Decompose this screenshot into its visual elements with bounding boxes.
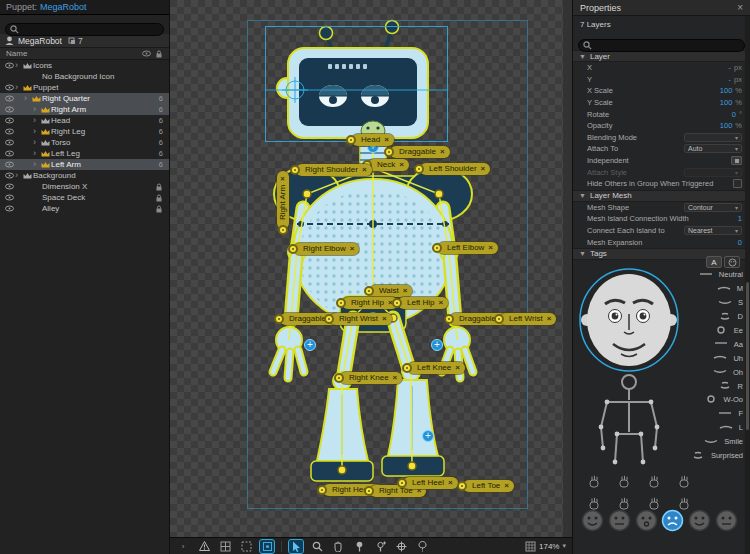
tag-remove-icon[interactable]: × [350, 244, 355, 253]
tag-remove-icon[interactable]: × [448, 478, 453, 487]
fit-grid-icon[interactable] [525, 541, 536, 552]
pin-icon[interactable] [346, 135, 356, 145]
visibility-column-icon[interactable] [142, 50, 151, 57]
tag-left-hip[interactable]: Left Hip× [398, 297, 448, 309]
pin-icon[interactable] [402, 363, 412, 373]
visibility-eye-icon[interactable] [3, 194, 15, 201]
rig-canvas[interactable]: Head×Draggable×Neck×Right Shoulder×Left … [170, 0, 572, 537]
expression-face-2[interactable] [608, 509, 631, 532]
pin-icon[interactable] [324, 314, 334, 324]
viseme-row-neutral[interactable]: Neutral [653, 268, 743, 282]
expand-arrow-icon[interactable]: › [33, 138, 40, 147]
tag-waist[interactable]: Waist× [370, 285, 412, 297]
expand-arrow-icon[interactable]: › [24, 94, 31, 103]
tag-right-arm[interactable]: Right Arm× [277, 171, 289, 229]
lock-icon[interactable] [155, 183, 163, 191]
visibility-eye-icon[interactable] [3, 150, 15, 157]
expand-arrow-icon[interactable]: › [15, 61, 22, 70]
tag-remove-icon[interactable]: × [547, 314, 552, 323]
layer-row-right-quarter[interactable]: ›Right Quarter6 [0, 93, 169, 104]
tag-right-shoulder[interactable]: Right Shoulder× [296, 164, 372, 176]
zoom-level-value[interactable]: 174% [539, 542, 559, 551]
hand-tool-icon[interactable] [331, 540, 345, 553]
pin-icon[interactable] [364, 286, 374, 296]
puppet-root-row[interactable]: MegaRobot 7 [0, 34, 169, 48]
add-handle-icon[interactable]: + [422, 430, 434, 442]
tag-mode-face-button[interactable] [724, 256, 740, 268]
puppet-search-input[interactable] [5, 23, 164, 36]
layer-row-right-leg[interactable]: ›Right Leg6 [0, 126, 169, 137]
value-field[interactable]: 1 [738, 214, 742, 223]
tag-remove-icon[interactable]: × [399, 160, 404, 169]
properties-title[interactable]: Properties [580, 3, 621, 13]
expression-face-1[interactable] [581, 509, 604, 532]
tag-draggable[interactable]: Draggable× [390, 146, 450, 158]
tag-remove-icon[interactable]: × [393, 373, 398, 382]
viseme-row-w-oo[interactable]: W-Oo [653, 393, 743, 407]
layer-row-no-background-icon[interactable]: No Background Icon [0, 71, 169, 82]
layer-row-alley[interactable]: Alley [0, 203, 169, 214]
pin-icon[interactable] [274, 314, 284, 324]
layer-row-right-arm[interactable]: ›Right Arm6 [0, 104, 169, 115]
independent-toggle-icon[interactable] [731, 156, 742, 165]
visibility-eye-icon[interactable] [3, 117, 15, 124]
expression-face-3[interactable] [635, 509, 658, 532]
dropdown[interactable]: ▾ [684, 133, 742, 142]
select-tool-icon[interactable] [289, 540, 303, 553]
attach-pin-tool-icon[interactable] [373, 540, 387, 553]
section-layer-mesh[interactable]: ▼ Layer Mesh [573, 190, 750, 202]
pin-icon[interactable] [290, 165, 300, 175]
pin-icon[interactable] [444, 314, 454, 324]
value-field[interactable]: 100% [720, 98, 742, 107]
pin-icon[interactable] [278, 225, 288, 235]
tag-remove-icon[interactable]: × [439, 298, 444, 307]
scrollbar-thumb[interactable] [746, 282, 749, 430]
tag-remove-icon[interactable]: × [440, 147, 445, 156]
pin-icon[interactable] [457, 481, 467, 491]
pin-icon[interactable] [317, 485, 327, 495]
value-field[interactable]: 100% [720, 86, 742, 95]
panel-expand-icon[interactable]: › [176, 540, 190, 553]
viseme-row-surprised[interactable]: Surprised [653, 449, 743, 463]
expand-arrow-icon[interactable]: › [33, 105, 40, 114]
pin-icon[interactable] [392, 298, 402, 308]
expand-arrow-icon[interactable]: › [33, 127, 40, 136]
value-field[interactable]: 0° [732, 110, 742, 119]
visibility-eye-icon[interactable] [3, 183, 15, 190]
pin-icon[interactable] [334, 373, 344, 383]
pin-icon[interactable] [432, 243, 442, 253]
expression-face-6[interactable] [715, 509, 738, 532]
tag-remove-icon[interactable]: × [384, 135, 389, 144]
tag-left-knee[interactable]: Left Knee× [408, 362, 465, 374]
value-field[interactable]: -px [729, 63, 742, 72]
tag-remove-icon[interactable]: × [382, 314, 387, 323]
hand-pose-icon[interactable] [587, 474, 607, 492]
expand-arrow-icon[interactable]: › [33, 160, 40, 169]
properties-search-input[interactable] [578, 39, 745, 52]
expand-arrow-icon[interactable]: › [15, 171, 22, 180]
pin-icon[interactable] [414, 164, 424, 174]
viseme-row-oh[interactable]: Oh [653, 365, 743, 379]
tag-neck[interactable]: Neck× [368, 159, 409, 171]
viseme-row-uh[interactable]: Uh [653, 351, 743, 365]
hand-pose-icon[interactable] [677, 474, 697, 492]
tag-right-knee[interactable]: Right Knee× [340, 372, 402, 384]
viseme-row-s[interactable]: S [653, 296, 743, 310]
crosshair-pin-tool-icon[interactable] [394, 540, 408, 553]
tag-head[interactable]: Head× [352, 134, 394, 146]
layer-row-space-deck[interactable]: Space Deck [0, 192, 169, 203]
dropdown[interactable]: Contour▾ [684, 203, 742, 212]
layer-row-background[interactable]: ›Background [0, 170, 169, 181]
pin-icon[interactable] [288, 244, 298, 254]
value-field[interactable]: -px [729, 75, 742, 84]
tag-left-heel[interactable]: Left Heel× [403, 477, 458, 489]
value-field[interactable]: 100% [720, 121, 742, 130]
tag-remove-icon[interactable]: × [504, 481, 509, 490]
tag-mode-a-button[interactable]: A [706, 256, 722, 268]
tag-remove-icon[interactable]: × [481, 164, 486, 173]
puppet-title-name[interactable]: MegaRobot [40, 2, 87, 12]
layer-row-torso[interactable]: ›Torso6 [0, 137, 169, 148]
tag-left-wrist[interactable]: Left Wrist× [500, 313, 556, 325]
expand-arrow-icon[interactable]: › [33, 116, 40, 125]
tag-left-shoulder[interactable]: Left Shoulder× [420, 163, 490, 175]
